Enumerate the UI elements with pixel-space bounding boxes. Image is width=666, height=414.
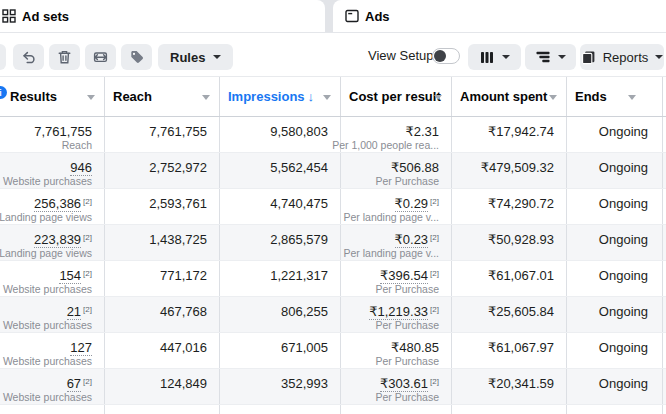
cost-per-result-cell: ₹1,219.33[2] Per Purchase <box>341 297 452 332</box>
chevron-down-icon <box>502 55 510 59</box>
impressions-cell: 352,993 <box>220 369 341 404</box>
empty-cell <box>105 405 220 414</box>
cost-per-result-value[interactable]: ₹506.88 <box>391 160 439 175</box>
ab-test-button[interactable] <box>85 44 116 70</box>
results-value[interactable]: 223,839 <box>34 232 81 248</box>
reach-cell: 7,761,755 <box>105 117 220 152</box>
column-header-amount-spent[interactable]: Amount spent <box>452 77 567 116</box>
tag-button[interactable] <box>121 44 152 70</box>
footnote-flag: [2] <box>83 305 92 314</box>
column-menu-icon[interactable] <box>323 95 331 100</box>
column-header-results[interactable]: i Results <box>0 77 105 116</box>
cost-sub-label: Per Purchase <box>375 391 439 403</box>
impressions-value: 671,005 <box>281 340 328 355</box>
empty-cell <box>220 405 341 414</box>
empty-cell <box>0 405 105 414</box>
footnote-flag: [2] <box>83 197 92 206</box>
results-value[interactable]: 7,761,755 <box>34 124 92 139</box>
cropped-button[interactable] <box>0 44 6 70</box>
rules-button[interactable]: Rules <box>158 44 233 70</box>
column-menu-icon[interactable] <box>628 95 636 100</box>
reach-cell: 771,172 <box>105 261 220 296</box>
impressions-value: 1,221,317 <box>270 268 328 283</box>
column-menu-icon[interactable] <box>549 95 557 100</box>
table-row[interactable]: 127 Website purchases 447,016 671,005 ₹4… <box>0 333 666 369</box>
column-menu-icon[interactable] <box>434 95 442 100</box>
results-sub-label: Website purchases <box>3 355 92 367</box>
cost-sub-label: Per Purchase <box>375 319 439 331</box>
reach-value: 7,761,755 <box>149 124 207 139</box>
empty-cell <box>567 405 663 414</box>
view-setup-toggle[interactable] <box>432 48 460 64</box>
toolbar: Rules View Setup Reports <box>0 33 666 76</box>
table-row[interactable]: 256,386[2] Landing page views 2,593,761 … <box>0 189 666 225</box>
delete-button[interactable] <box>49 44 80 70</box>
results-value[interactable]: 127 <box>70 340 92 356</box>
table-row[interactable]: 67[2] Website purchases 124,849 352,993 … <box>0 369 666 405</box>
tab-ad-sets-label: Ad sets <box>22 9 69 24</box>
tab-ad-sets[interactable]: Ad sets <box>0 0 325 32</box>
cost-per-result-value[interactable]: ₹480.85 <box>391 340 439 355</box>
column-menu-icon[interactable] <box>87 95 95 100</box>
columns-button[interactable] <box>468 44 521 70</box>
cost-per-result-value[interactable]: ₹1,219.33 <box>369 304 428 320</box>
results-value[interactable]: 946 <box>70 160 92 176</box>
results-value[interactable]: 21 <box>67 304 81 320</box>
ends-cell: Ongoing <box>567 333 663 368</box>
amount-spent-cell: ₹479,509.32 <box>452 153 567 188</box>
chevron-down-icon <box>213 55 221 59</box>
info-icon[interactable]: i <box>0 86 7 99</box>
results-sub-label: Website purchases <box>3 175 92 187</box>
impressions-cell: 1,221,317 <box>220 261 341 296</box>
table-row[interactable]: 7,761,755 Reach 7,761,755 9,580,803 ₹2.3… <box>0 117 666 153</box>
cost-per-result-value[interactable]: ₹0.29 <box>395 196 429 212</box>
amount-spent-cell: ₹17,942.74 <box>452 117 567 152</box>
reach-cell: 124,849 <box>105 369 220 404</box>
cost-sub-label: Per landing page v... <box>343 247 439 259</box>
results-cell: 223,839[2] Landing page views <box>0 225 105 260</box>
footnote-flag: [2] <box>430 377 439 386</box>
results-value[interactable]: 67 <box>67 376 81 392</box>
sort-desc-icon: ↓ <box>308 89 315 104</box>
reach-value: 771,172 <box>160 268 207 283</box>
ends-cell: Ongoing <box>567 369 663 404</box>
results-cell: 21[2] Website purchases <box>0 297 105 332</box>
table-row[interactable]: 21[2] Website purchases 467,768 806,255 … <box>0 297 666 333</box>
cost-per-result-value[interactable]: ₹396.54 <box>380 268 428 284</box>
footnote-flag: [2] <box>83 377 92 386</box>
footnote-flag: [2] <box>430 197 439 206</box>
ends-cell: Ongoing <box>567 261 663 296</box>
results-value[interactable]: 256,386 <box>34 196 81 212</box>
ends-value: Ongoing <box>599 376 648 391</box>
ads-manager-window: Ad sets Ads <box>0 0 666 414</box>
column-header-cost-per-result[interactable]: Cost per result <box>341 77 452 116</box>
results-value[interactable]: 154 <box>59 268 81 284</box>
tab-ads[interactable]: Ads <box>333 0 666 32</box>
table-row[interactable]: 946 Website purchases 2,752,972 5,562,45… <box>0 153 666 189</box>
cost-per-result-value[interactable]: ₹303.61 <box>380 376 428 392</box>
column-header-impressions[interactable]: Impressions↓ <box>220 77 341 116</box>
cost-per-result-value[interactable]: ₹0.23 <box>395 232 429 248</box>
impressions-value: 9,580,803 <box>270 124 328 139</box>
empty-cell <box>341 405 452 414</box>
footnote-flag: [2] <box>430 269 439 278</box>
cost-per-result-value[interactable]: ₹2.31 <box>405 124 439 139</box>
chevron-down-icon <box>558 55 566 59</box>
cost-per-result-cell: ₹0.29[2] Per landing page v... <box>341 189 452 224</box>
column-header-ends[interactable]: Ends <box>567 77 663 116</box>
column-menu-icon[interactable] <box>202 95 210 100</box>
column-header-reach[interactable]: Reach <box>105 77 220 116</box>
impressions-value: 352,993 <box>281 376 328 391</box>
reports-button[interactable]: Reports <box>580 44 664 70</box>
column-label: Ends <box>575 89 607 104</box>
reach-cell: 2,593,761 <box>105 189 220 224</box>
breakdown-button[interactable] <box>525 44 576 70</box>
cost-per-result-cell: ₹2.31 Per 1,000 people rea... <box>341 117 452 152</box>
impressions-cell: 671,005 <box>220 333 341 368</box>
column-label: Reach <box>113 89 152 104</box>
undo-button[interactable] <box>13 44 44 70</box>
table-row[interactable]: 154[2] Website purchases 771,172 1,221,3… <box>0 261 666 297</box>
amount-spent-value: ₹50,928.93 <box>488 232 554 247</box>
table-row[interactable]: 223,839[2] Landing page views 1,438,725 … <box>0 225 666 261</box>
view-setup-label: View Setup <box>368 48 434 63</box>
